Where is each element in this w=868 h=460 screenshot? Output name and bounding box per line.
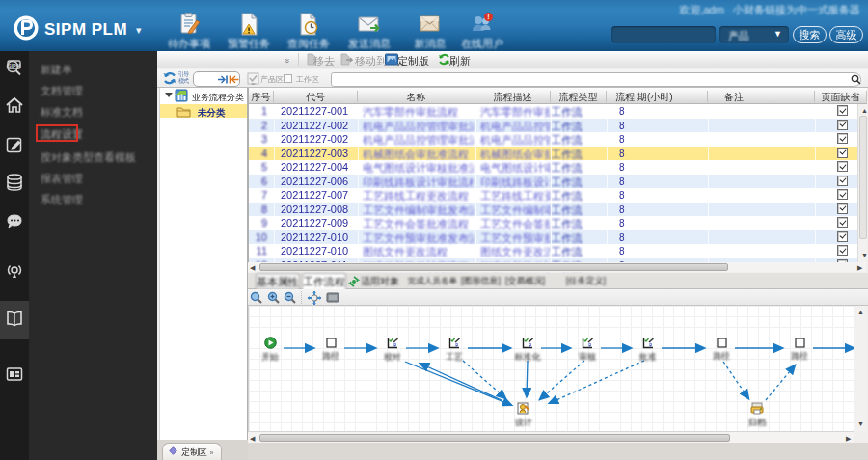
- svg-text:SIPM: SIPM: [8, 63, 21, 68]
- svg-text:!: !: [487, 14, 489, 20]
